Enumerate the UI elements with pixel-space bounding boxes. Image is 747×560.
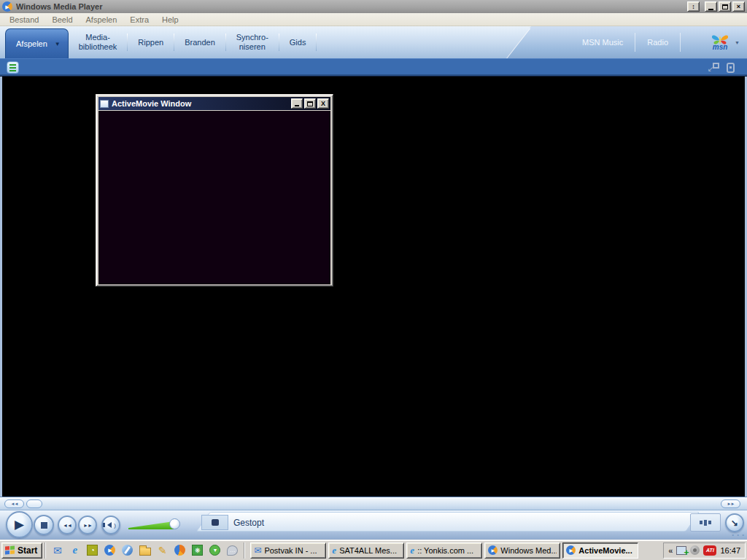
- windows-media-player-icon: ▶: [566, 545, 576, 555]
- video-size-button[interactable]: ↙: [708, 63, 719, 73]
- internet-explorer-icon[interactable]: e: [67, 542, 82, 559]
- fullscreen-button[interactable]: [725, 63, 737, 73]
- msn-dropdown-icon[interactable]: ▼: [735, 40, 740, 45]
- now-playing-toolbar: ↙: [0, 58, 747, 77]
- tab-mediabibliotheek[interactable]: Media- bibliotheek: [69, 26, 128, 58]
- ati-catalyst-icon[interactable]: ATI: [703, 545, 716, 556]
- taskbar-separator: [44, 542, 46, 559]
- menu-help[interactable]: Help: [155, 14, 185, 26]
- menu-bar: Bestand Beeld Afspelen Extra Help: [0, 13, 747, 26]
- windows-media-player-icon: ▶: [488, 545, 498, 555]
- tab-synchroniseren[interactable]: Synchro- niseren: [226, 26, 279, 58]
- activemovie-video-content: [98, 111, 330, 284]
- next-button[interactable]: ►►: [78, 516, 97, 534]
- minimize-button[interactable]: [705, 1, 717, 12]
- view-options-button[interactable]: [690, 513, 721, 532]
- playback-controlbar: ◄◄ ►► ▶ ◄◄ ►► ) Gestopt ↘ • • •: [0, 497, 747, 540]
- windows-flag-icon: [5, 545, 15, 555]
- menu-extra[interactable]: Extra: [123, 14, 155, 26]
- restore-button[interactable]: [719, 1, 731, 12]
- seek-forward-button[interactable]: ►►: [721, 499, 740, 508]
- quick-launch-bar: ✉ e ◔ ▶ ✎ ❋ ▼ …: [48, 542, 241, 559]
- internet-explorer-icon: e: [332, 545, 336, 556]
- windows-media-player-icon[interactable]: ▶: [102, 542, 117, 559]
- app-titlebar[interactable]: ▶ Windows Media Player ↕ ×: [0, 0, 747, 13]
- feature-taskbar: Afspelen ▼ Media- bibliotheek Rippen Bra…: [0, 26, 747, 58]
- stop-button[interactable]: [34, 515, 54, 535]
- activemovie-title: ActiveMovie Window: [112, 99, 290, 108]
- outlook-express-icon[interactable]: ✉: [50, 542, 65, 559]
- maximize-icon: [307, 101, 313, 106]
- radio-link[interactable]: Radio: [635, 38, 680, 47]
- restore-icon: [722, 4, 728, 9]
- msn-music-link[interactable]: MSN Music: [570, 38, 635, 47]
- speaker-waves-icon: ): [114, 522, 116, 529]
- video-display-area: ActiveMovie Window X: [0, 77, 747, 497]
- taskbar-separator: [244, 542, 245, 559]
- resize-grip[interactable]: • • •: [732, 532, 745, 538]
- time-app-icon[interactable]: ◔: [85, 542, 100, 559]
- activemovie-app-icon: [100, 100, 109, 108]
- task-windows-media-player[interactable]: ▶ Windows Med...: [484, 542, 560, 559]
- seek-bar[interactable]: ◄◄ ►►: [0, 497, 747, 510]
- activemovie-titlebar[interactable]: ActiveMovie Window X: [98, 97, 330, 110]
- mute-button[interactable]: ): [101, 516, 120, 534]
- activemovie-minimize-button[interactable]: [291, 98, 303, 109]
- graphics-app-icon[interactable]: ❋: [190, 542, 205, 559]
- close-button[interactable]: ×: [732, 1, 745, 12]
- seek-rewind-button[interactable]: ◄◄: [4, 499, 24, 508]
- tab-branden[interactable]: Branden: [174, 26, 225, 58]
- previous-button[interactable]: ◄◄: [58, 516, 77, 534]
- playback-status: Gestopt: [233, 518, 264, 528]
- window-title: Windows Media Player: [16, 2, 686, 11]
- equalizer-icon: [700, 521, 703, 524]
- volume-knob[interactable]: [169, 518, 180, 529]
- tab-gids[interactable]: Gids: [279, 26, 317, 58]
- activemovie-maximize-button[interactable]: [304, 98, 316, 109]
- activemovie-close-button[interactable]: X: [317, 98, 329, 109]
- diagonal-edge: [502, 27, 530, 58]
- rollup-button[interactable]: ↕: [687, 1, 700, 12]
- tab-separator: [316, 34, 317, 51]
- seek-handle[interactable]: [26, 499, 42, 508]
- tab-afspelen[interactable]: Afspelen ▼: [5, 28, 69, 58]
- outlook-express-icon: ✉: [254, 545, 261, 556]
- playstate-indicator: [201, 515, 228, 530]
- tray-expand-button[interactable]: «: [668, 546, 673, 555]
- speaker-icon: [104, 522, 112, 528]
- service-separator: [680, 33, 681, 52]
- task-yonkis[interactable]: e :: Yonkis.com ...: [406, 542, 482, 559]
- draw-tool-icon[interactable]: ✎: [155, 542, 170, 559]
- playlist-icon: [9, 64, 16, 66]
- status-panel: [196, 512, 700, 532]
- volume-slider[interactable]: [128, 521, 174, 529]
- messenger-icon[interactable]: [120, 542, 135, 559]
- firefox-icon[interactable]: [172, 542, 187, 559]
- chat-app-icon[interactable]: …: [225, 542, 240, 559]
- online-services-cluster: MSN Music Radio msn ▼: [506, 26, 747, 58]
- msn-butterfly-logo[interactable]: msn: [710, 34, 730, 51]
- menu-bestand[interactable]: Bestand: [3, 14, 45, 26]
- tab-dropdown-icon[interactable]: ▼: [55, 41, 61, 47]
- stopped-icon: [212, 519, 219, 526]
- network-status-icon[interactable]: +: [676, 546, 686, 555]
- start-button[interactable]: Start: [1, 542, 42, 559]
- task-postvak[interactable]: ✉ Postvak IN - ...: [250, 542, 326, 559]
- tab-rippen[interactable]: Rippen: [128, 26, 174, 58]
- task-activemovie[interactable]: ▶ ActiveMovie...: [562, 542, 638, 559]
- task-button-area: ✉ Postvak IN - ... e SAT4ALL Mes... e ::…: [250, 542, 660, 559]
- menu-beeld[interactable]: Beeld: [45, 14, 79, 26]
- task-sat4all[interactable]: e SAT4ALL Mes...: [328, 542, 404, 559]
- menu-afspelen[interactable]: Afspelen: [80, 14, 124, 26]
- download-app-icon[interactable]: ▼: [207, 542, 222, 559]
- windows-taskbar: Start ✉ e ◔ ▶ ✎ ❋ ▼ … ✉ Postvak IN - ...…: [0, 540, 747, 560]
- internet-explorer-icon: e: [410, 545, 414, 556]
- system-tray: « + ATI 16:47: [663, 542, 746, 559]
- folder-icon[interactable]: [137, 542, 152, 559]
- volume-tray-icon[interactable]: [690, 545, 700, 555]
- playlist-options-button[interactable]: [7, 61, 19, 74]
- play-button[interactable]: ▶: [6, 511, 33, 538]
- minimize-icon: [708, 9, 713, 10]
- compact-mode-button[interactable]: ↘: [725, 513, 744, 532]
- taskbar-clock: 16:47: [720, 546, 740, 555]
